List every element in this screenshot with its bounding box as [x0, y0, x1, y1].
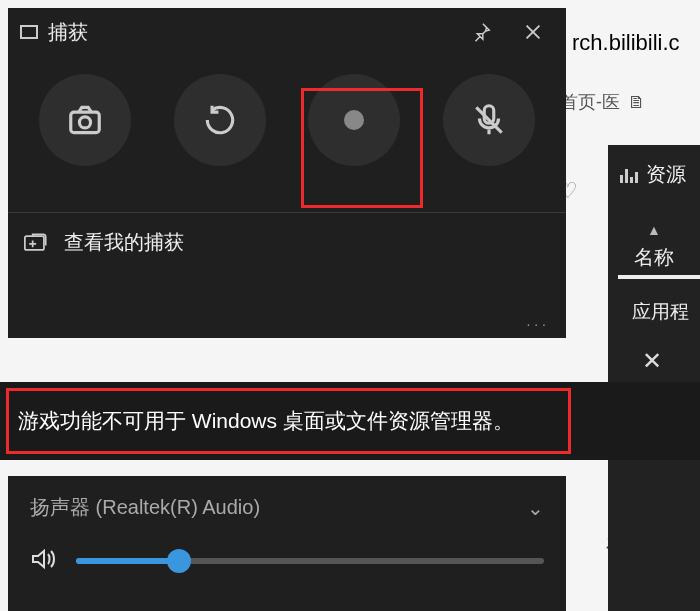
audio-panel: 扬声器 (Realtek(R) Audio) ⌄ — [8, 476, 566, 611]
panel-resize-dots[interactable]: · · · — [527, 316, 546, 332]
close-button[interactable] — [512, 11, 554, 53]
address-bar-fragment: rch.bilibili.c — [572, 30, 680, 56]
speaker-button[interactable] — [30, 547, 58, 575]
close-icon — [522, 21, 544, 43]
volume-slider-thumb[interactable] — [167, 549, 191, 573]
speaker-icon — [30, 547, 58, 571]
resource-close-button[interactable]: ✕ — [608, 325, 700, 375]
pin-icon — [470, 21, 492, 43]
volume-slider-row — [8, 521, 566, 575]
chevron-down-icon: ⌄ — [527, 496, 544, 520]
resource-panel: 资源 ▲ 名称 应用程 ✕ — [608, 145, 700, 611]
mic-mute-button[interactable] — [443, 74, 535, 166]
audio-device-label: 扬声器 (Realtek(R) Audio) — [30, 494, 260, 521]
resource-row-apps[interactable]: 应用程 — [608, 279, 700, 325]
error-message-text: 游戏功能不可用于 Windows 桌面或文件资源管理器。 — [18, 407, 514, 435]
rewind-icon — [201, 101, 239, 139]
file-icon: 🗎 — [628, 92, 646, 113]
bars-icon — [620, 167, 638, 183]
sort-arrow-icon[interactable]: ▲ — [608, 196, 700, 238]
mic-off-icon — [470, 101, 508, 139]
volume-slider[interactable] — [76, 558, 544, 564]
camera-icon — [66, 101, 104, 139]
browser-tab-row: 首页-医 🗎 — [560, 90, 646, 114]
capture-titlebar: 捕获 — [8, 8, 566, 56]
view-captures-row[interactable]: 查看我的捕获 — [8, 213, 566, 272]
error-message-bar: 游戏功能不可用于 Windows 桌面或文件资源管理器。 — [0, 382, 700, 460]
column-underline — [618, 275, 700, 279]
audio-device-row[interactable]: 扬声器 (Realtek(R) Audio) ⌄ — [8, 476, 566, 521]
record-last-button[interactable] — [174, 74, 266, 166]
capture-buttons-row — [8, 56, 566, 176]
capture-panel: 捕获 — [8, 8, 566, 338]
resource-title: 资源 — [646, 161, 686, 188]
gallery-icon — [24, 233, 50, 253]
resource-column-header[interactable]: 名称 — [608, 238, 700, 279]
browser-tab-label[interactable]: 首页-医 — [560, 90, 620, 114]
pin-button[interactable] — [460, 11, 502, 53]
screenshot-button[interactable] — [39, 74, 131, 166]
svg-point-1 — [80, 117, 91, 128]
view-captures-label: 查看我的捕获 — [64, 229, 184, 256]
capture-title: 捕获 — [48, 19, 450, 46]
record-dot-icon — [344, 110, 364, 130]
capture-title-icon — [20, 25, 38, 39]
record-button[interactable] — [308, 74, 400, 166]
volume-slider-fill — [76, 558, 179, 564]
resource-column-name: 名称 — [634, 246, 674, 268]
svg-rect-0 — [71, 112, 100, 133]
resource-title-row: 资源 — [608, 145, 700, 196]
